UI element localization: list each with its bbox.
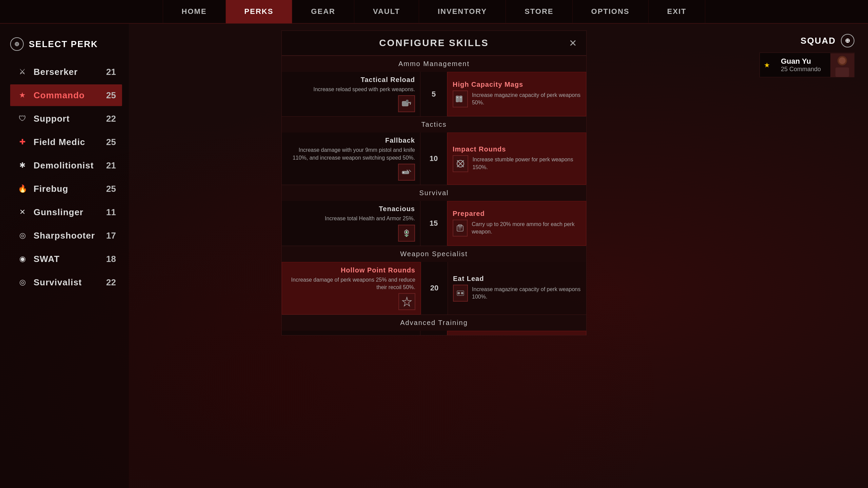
eat-lead-panel[interactable]: Eat Lead Increase magazine capacity of p… xyxy=(448,262,586,315)
impact-rounds-desc: Increase stumble power for perk weapons … xyxy=(472,156,581,171)
svg-line-9 xyxy=(409,170,411,172)
svg-point-30 xyxy=(839,57,846,64)
tactics-points-divider: 10 xyxy=(420,133,447,185)
squad-panel: SQUAD ⊕ ★ Guan Yu 25 Commando xyxy=(753,30,861,79)
svg-point-20 xyxy=(458,292,460,294)
tenacious-panel[interactable]: Tenacious Increase total Health and Armo… xyxy=(282,201,420,245)
high-capacity-icon xyxy=(453,90,468,107)
svg-rect-7 xyxy=(403,172,404,173)
tenacious-name: Tenacious xyxy=(379,205,415,213)
zed-machine-gunner-panel[interactable]: ZED TIME - Machine Gunner During Zed tim… xyxy=(447,331,586,336)
nav-gear[interactable]: GEAR xyxy=(292,0,354,23)
fallback-name: Fallback xyxy=(385,137,415,144)
section-advanced-training: Advanced Training ZED TIME - Tactician D… xyxy=(282,314,586,336)
zed-tactician-name: ZED TIME - Tactician xyxy=(342,335,415,336)
svg-rect-29 xyxy=(835,67,849,77)
high-capacity-mags-name: High Capacity Mags xyxy=(453,81,581,88)
svg-rect-5 xyxy=(460,97,461,98)
nav-exit[interactable]: EXIT xyxy=(649,0,706,23)
nav-vault[interactable]: VAULT xyxy=(354,0,419,23)
tenacious-icon xyxy=(398,225,415,242)
svg-rect-4 xyxy=(457,97,458,98)
hollow-point-panel[interactable]: Hollow Point Rounds Increase damage of p… xyxy=(282,262,421,315)
high-capacity-mags-desc: Increase magazine capacity of perk weapo… xyxy=(472,92,581,107)
prepared-panel[interactable]: Prepared Carry up to 20% more amm xyxy=(447,201,586,245)
tactical-reload-icon xyxy=(398,95,415,112)
modal-close-button[interactable]: ✕ xyxy=(566,36,579,50)
nav-store[interactable]: STORE xyxy=(506,0,572,23)
prepared-name: Prepared xyxy=(453,210,581,218)
squad-member-0[interactable]: ★ Guan Yu 25 Commando xyxy=(760,53,854,77)
fallback-panel[interactable]: Fallback Increase damage with your 9mm p… xyxy=(282,133,420,185)
squad-member-name: Guan Yu xyxy=(781,57,825,66)
ammo-points: 5 xyxy=(432,90,436,99)
squad-star-icon: ★ xyxy=(764,61,770,69)
section-ammo-management: Ammo Management Tactical Reload Increase… xyxy=(282,56,586,116)
weapon-skill-row: Hollow Point Rounds Increase damage of p… xyxy=(282,262,586,315)
section-weapon-header: Weapon Specialist xyxy=(282,246,586,262)
svg-rect-2 xyxy=(456,96,459,102)
fallback-icon xyxy=(398,164,415,181)
impact-rounds-panel[interactable]: Impact Rounds Increase stumble power for… xyxy=(447,133,586,185)
squad-icon: ⊕ xyxy=(841,34,854,47)
ammo-skill-row: Tactical Reload Increase reload speed wi… xyxy=(282,72,586,116)
eat-lead-desc: Increase magazine capacity of perk weapo… xyxy=(472,286,581,301)
weapon-points: 20 xyxy=(430,284,438,292)
section-tactics: Tactics Fallback Increase damage with yo… xyxy=(282,116,586,185)
advanced-points-divider: 25 xyxy=(420,331,447,336)
tactical-reload-panel[interactable]: Tactical Reload Increase reload speed wi… xyxy=(282,72,420,116)
hollow-point-desc: Increase damage of perk weapons 25% and … xyxy=(287,276,415,291)
section-weapon-specialist: Weapon Specialist Hollow Point Rounds In… xyxy=(282,246,586,315)
squad-member-avatar xyxy=(830,53,854,77)
survival-skill-row: Tenacious Increase total Health and Armo… xyxy=(282,201,586,245)
weapon-points-divider: 20 xyxy=(421,262,448,315)
fallback-desc: Increase damage with your 9mm pistol and… xyxy=(287,146,415,162)
modal-title: CONFIGURE SKILLS xyxy=(379,38,489,48)
impact-rounds-icon xyxy=(453,155,468,172)
squad-title: SQUAD xyxy=(801,36,836,46)
section-survival-header: Survival xyxy=(282,185,586,201)
section-tactics-header: Tactics xyxy=(282,117,586,133)
prepared-desc: Carry up to 20% more ammo for each perk … xyxy=(472,221,581,236)
section-ammo-header: Ammo Management xyxy=(282,56,586,72)
section-survival: Survival Tenacious Increase total Health… xyxy=(282,185,586,245)
prepared-icon xyxy=(453,220,468,237)
configure-skills-modal: CONFIGURE SKILLS ✕ Ammo Management Tacti… xyxy=(281,30,587,336)
tactical-reload-name: Tactical Reload xyxy=(361,76,415,84)
squad-member-class: 25 Commando xyxy=(781,66,825,73)
nav-home[interactable]: HOME xyxy=(163,0,226,23)
tenacious-desc: Increase total Health and Armor 25%. xyxy=(325,215,415,222)
hollow-point-name: Hollow Point Rounds xyxy=(341,266,415,274)
svg-rect-3 xyxy=(459,96,462,102)
section-advanced-header: Advanced Training xyxy=(282,315,586,331)
nav-perks[interactable]: PERKS xyxy=(226,0,293,23)
svg-rect-1 xyxy=(406,100,408,103)
advanced-skill-row: ZED TIME - Tactician During Zed time, yo… xyxy=(282,331,586,336)
eat-lead-icon xyxy=(453,285,468,302)
main-layout: ⊕ SELECT PERK ⚔ Berserker 21 ★ Commando … xyxy=(0,24,868,488)
modal-header: CONFIGURE SKILLS ✕ xyxy=(282,31,586,56)
svg-point-14 xyxy=(406,231,408,233)
top-nav: HOME PERKS GEAR VAULT INVENTORY STORE OP… xyxy=(0,0,868,24)
nav-items: HOME PERKS GEAR VAULT INVENTORY STORE OP… xyxy=(163,0,706,23)
zed-tactician-panel[interactable]: ZED TIME - Tactician During Zed time, yo… xyxy=(282,331,420,336)
tactics-skill-row: Fallback Increase damage with your 9mm p… xyxy=(282,133,586,185)
tactical-reload-desc: Increase reload speed with perk weapons. xyxy=(313,86,415,93)
squad-member-info: Guan Yu 25 Commando xyxy=(776,53,830,77)
tactics-points: 10 xyxy=(430,154,438,163)
nav-inventory[interactable]: INVENTORY xyxy=(419,0,506,23)
modal-overlay: CONFIGURE SKILLS ✕ Ammo Management Tacti… xyxy=(0,24,868,488)
impact-rounds-name: Impact Rounds xyxy=(453,145,581,153)
ammo-points-divider: 5 xyxy=(420,72,447,116)
hollow-point-icon xyxy=(398,293,415,310)
nav-options[interactable]: OPTIONS xyxy=(573,0,649,23)
survival-points-divider: 15 xyxy=(420,201,447,245)
svg-point-21 xyxy=(461,292,463,294)
survival-points: 15 xyxy=(430,219,438,228)
high-capacity-mags-panel[interactable]: High Capacity Mags Increase magaz xyxy=(447,72,586,116)
squad-header: SQUAD ⊕ xyxy=(753,30,861,51)
eat-lead-name: Eat Lead xyxy=(453,275,581,283)
